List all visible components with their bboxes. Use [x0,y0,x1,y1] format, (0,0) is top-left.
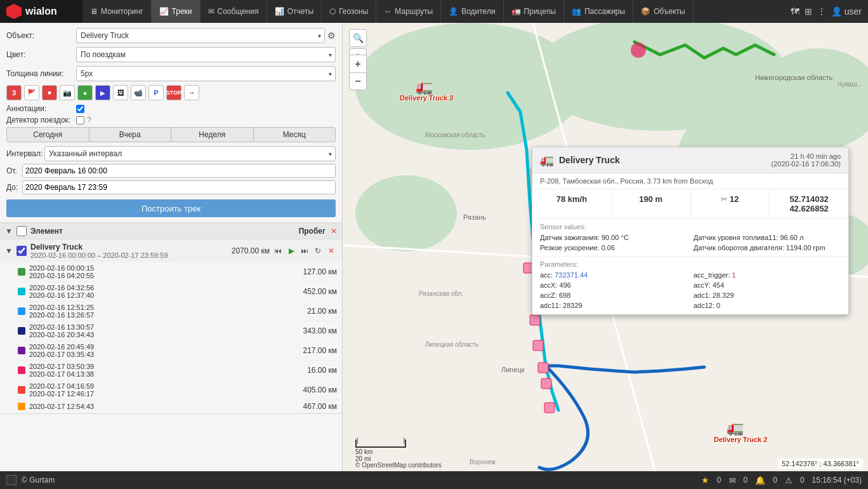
close-list-icon[interactable]: ✕ [331,227,337,236]
grid-icon[interactable]: ⊞ [805,6,812,17]
group-collapse-icon[interactable]: ▼ [5,246,14,255]
map-icon[interactable]: 🗺 [791,6,799,17]
nav-objects[interactable]: 📦 Объекты [633,0,694,23]
nav-reports[interactable]: 📊 Отчеты [267,0,322,23]
nav-drivers[interactable]: 👤 Водители [441,0,503,23]
tab-week[interactable]: Неделя [171,128,254,142]
more-icon[interactable]: ⋮ [817,6,826,17]
skip-start-btn[interactable]: ⏮ [272,245,284,257]
list-item[interactable]: 2020-02-16 13:30:57 2020-02-16 20:34:43 … [0,321,342,341]
color-select[interactable]: По поездкам [76,47,336,62]
truck-icon-3[interactable]: 🚛 [416,79,433,95]
list-item[interactable]: 2020-02-16 00:00:15 2020-02-16 04:20:55 … [0,262,342,282]
toolbar-btn-video[interactable]: 📹 [131,85,146,100]
delete-btn[interactable]: ✕ [326,245,337,257]
nav-trailers-label: Прицепы [524,7,556,16]
list-item[interactable]: 2020-02-17 03:50:39 2020-02-17 04:13:38 … [0,361,342,380]
tab-yesterday[interactable]: Вчера [89,128,172,142]
toolbar-btn-blue[interactable]: ▶ [95,85,110,100]
nav-routes[interactable]: ↔ Маршруты [376,0,441,23]
trip-color-0 [18,268,25,276]
object-settings-icon[interactable]: ⚙ [327,30,336,41]
list-item[interactable]: 2020-02-17 12:54:43 467.00 км [0,400,342,413]
toolbar-btn-flag[interactable]: 🚩 [24,85,39,100]
list-item[interactable]: 2020-02-17 04:16:59 2020-02-17 12:46:17 … [0,380,342,400]
toolbar-btn-stop[interactable]: ■ [42,85,57,100]
col-element-header: Элемент [30,227,262,236]
sensor-item-2: Резкое ускорение: 0.06 [540,243,687,252]
trip-info-1: 2020-02-16 04:32:56 2020-02-16 12:37:40 [29,284,280,299]
zoom-out-btn[interactable]: − [349,72,367,90]
msg-icon[interactable]: ✉ [729,476,736,485]
trip-detector-row: Детектор поездок: ? [6,116,336,124]
popup-sensors-section: Sensor values: Датчик зажигания: 90.00 °… [532,219,848,257]
list-item[interactable]: 2020-02-16 04:32:56 2020-02-16 12:37:40 … [0,282,342,302]
to-input[interactable] [22,180,336,194]
toolbar-btn-arrow[interactable]: → [184,85,199,100]
param-item-1: acc_trigger: 1 [694,271,841,279]
nav-messages[interactable]: ✉ Сообщения [201,0,267,23]
list-item[interactable]: 2020-02-16 20:45:49 2020-02-17 03:35:43 … [0,341,342,361]
param-value-0: 732371.44 [555,271,588,279]
group-checkbox[interactable] [16,246,27,256]
toolbar-btn-stop2[interactable]: STOP [166,85,181,100]
search-map-btn[interactable]: 🔍 [349,29,367,47]
star-icon[interactable]: ★ [701,475,709,485]
sensor-value-1: 96.60 л [780,234,803,241]
from-label: От. [6,166,22,175]
thickness-row: Толщина линии: 5px [6,66,336,81]
select-all-checkbox[interactable] [16,226,27,236]
panel-toggle-btn[interactable] [6,475,16,485]
tab-month[interactable]: Месяц [254,128,336,142]
status-right: ★ 0 ✉ 0 🔔 0 ⚠ 0 15:16:54 (+03) [701,475,862,485]
from-input[interactable] [22,164,336,178]
toolbar-btn-camera[interactable]: 📷 [60,85,75,100]
play-btn[interactable]: ▶ [286,245,297,257]
date-tabs: Сегодня Вчера Неделя Месяц [6,127,336,142]
param-value-1: 1 [732,271,736,279]
nav-trailers[interactable]: 🚛 Прицепы [504,0,565,23]
trip-detector-help-icon[interactable]: ? [87,116,91,124]
collapse-icon[interactable]: ▼ [5,227,14,236]
nav-reports-label: Отчеты [287,7,313,16]
svg-rect-25 [541,378,551,389]
param-value-5: 28.329 [713,291,734,299]
sensor-value-3: 1194.00 rpm [786,244,825,251]
trip-dist-7: 467.00 км [280,402,337,411]
toolbar-btn-parking[interactable]: P [148,85,164,100]
toolbar-btn-image[interactable]: 🖼 [113,85,128,100]
nav-right: 🗺 ⊞ ⋮ 👤 user [791,6,868,17]
interval-select[interactable]: Указанный интервал [44,146,336,161]
param-label-5: adc1: [694,291,713,299]
build-track-button[interactable]: Построить трек [6,199,336,217]
nav-tracks-label: Треки [172,7,192,16]
truck-icon-2[interactable]: 🚛 [727,420,744,436]
map-area[interactable]: Рязань Рязанская обл. Нижегородская обла… [343,23,868,489]
alert-icon[interactable]: 🔔 [755,476,765,485]
toolbar-btn-3[interactable]: 3 [6,85,22,100]
list-item[interactable]: 2020-02-16 12:51:25 2020-02-16 13:26:57 … [0,302,342,321]
error-icon[interactable]: ⚠ [785,476,792,485]
nav-tracks[interactable]: 📈 Треки [152,0,201,23]
monitoring-icon: 🖥 [90,7,98,16]
svg-text:Воронеж: Воронеж [470,459,496,466]
toolbar-btn-green[interactable]: ● [77,85,93,100]
loop-btn[interactable]: ↻ [312,245,324,257]
skip-end-btn[interactable]: ⏭ [299,245,310,257]
object-select[interactable]: Delivery Truck [76,28,325,43]
nav-geozones[interactable]: ⬡ Геозоны [322,0,376,23]
annotations-row: Аннотации: [6,104,336,113]
user-icon[interactable]: 👤 user [831,6,862,17]
nav-monitoring[interactable]: 🖥 Мониторинг [82,0,152,23]
icon-toolbar: 3 🚩 ■ 📷 ● ▶ 🖼 📹 P STOP → [6,85,336,100]
trip-detector-label: Детектор поездок: [6,116,76,124]
tab-today[interactable]: Сегодня [7,128,89,142]
thickness-select[interactable]: 5px [76,66,336,81]
sensor-label-1: Датчик уровня топлива11: [694,234,780,241]
color-label: Цвет: [6,50,76,59]
track-group-header[interactable]: ▼ Delivery Truck 2020-02-16 00:00:00 – 2… [0,239,342,262]
trip-detector-checkbox[interactable] [76,116,84,124]
annotations-checkbox[interactable] [76,105,84,113]
zoom-in-btn[interactable]: + [349,55,367,72]
nav-passengers[interactable]: 👥 Пассажиры [564,0,633,23]
